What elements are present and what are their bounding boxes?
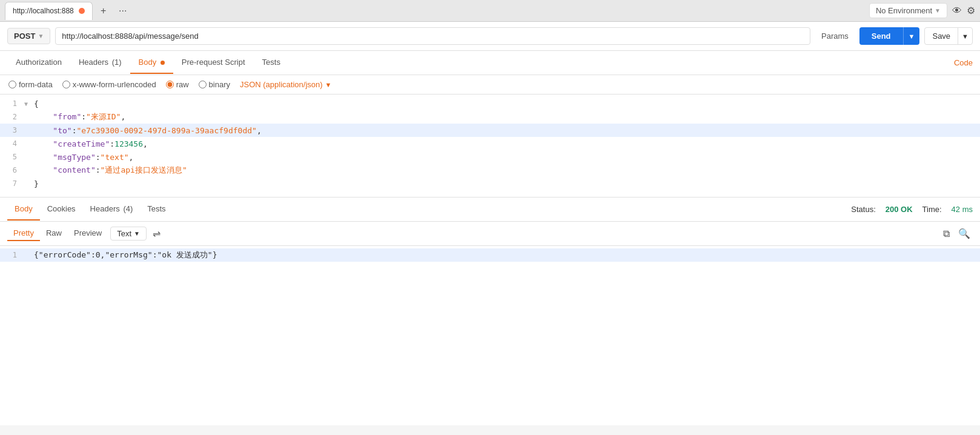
resp-line-content-1: {"errorCode":0,"errorMsg":"ok 发送成功"} — [34, 250, 217, 261]
method-chevron-icon: ▼ — [38, 33, 44, 39]
response-tab-headers[interactable]: Headers (4) — [83, 198, 141, 221]
body-active-dot — [161, 61, 165, 65]
code-line-6: 6 "content":"通过api接口发送消息" — [0, 164, 980, 177]
status-value: 200 OK — [886, 205, 913, 214]
line-content-2: "from":"来源ID", — [34, 111, 125, 122]
status-label: Status: — [851, 205, 875, 214]
address-bar: POST ▼ Params Send ▼ Save ▼ — [0, 22, 980, 51]
tab-close-dot[interactable] — [79, 8, 85, 14]
line-number-6: 6 — [0, 166, 24, 174]
response-tab-cookies[interactable]: Cookies — [40, 198, 83, 221]
tab-tests[interactable]: Tests — [254, 51, 289, 74]
headers-badge: (1) — [112, 58, 122, 67]
save-button[interactable]: Save — [925, 28, 958, 44]
code-line-3: 3 "to":"e7c39300-0092-497d-899a-39aacf9d… — [0, 124, 980, 137]
code-line-5: 5 "msgType":"text", — [0, 150, 980, 164]
form-data-option[interactable]: form-data — [8, 80, 53, 89]
response-headers-badge: (4) — [123, 204, 133, 213]
line-number-5: 5 — [0, 153, 24, 161]
time-value: 42 ms — [952, 205, 973, 214]
text-format-select[interactable]: Text ▼ — [110, 227, 147, 241]
save-button-group: Save ▼ — [924, 27, 973, 45]
params-button[interactable]: Params — [815, 28, 855, 44]
save-dropdown-button[interactable]: ▼ — [958, 28, 972, 44]
line-content-1: { — [34, 99, 39, 108]
url-input[interactable] — [55, 27, 810, 45]
binary-option[interactable]: binary — [199, 80, 230, 89]
wrap-icon-button[interactable]: ⇌ — [149, 225, 164, 242]
response-body: 1 {"errorCode":0,"errorMsg":"ok 发送成功"} — [0, 246, 980, 425]
chevron-down-icon: ▼ — [935, 7, 941, 14]
tab-authorization[interactable]: Authorization — [7, 51, 70, 74]
code-line-2: 2 "from":"来源ID", — [0, 110, 980, 124]
raw-option[interactable]: raw — [166, 80, 189, 89]
response-tab-body[interactable]: Body — [7, 198, 40, 221]
eye-icon: 👁 — [952, 5, 962, 16]
response-section: Body Cookies Headers (4) Tests Status: 2… — [0, 198, 980, 425]
binary-radio[interactable] — [199, 81, 207, 88]
line-number-1: 1 — [0, 99, 24, 108]
response-format-bar: Pretty Raw Preview Text ▼ ⇌ ⧉ 🔍 — [0, 222, 980, 246]
wrap-icon: ⇌ — [153, 228, 161, 239]
copy-response-button[interactable]: ⧉ — [941, 225, 952, 242]
code-line-7: 7 } — [0, 177, 980, 190]
browser-tab[interactable]: http://localhost:888 — [5, 2, 93, 20]
response-line-1: 1 {"errorCode":0,"errorMsg":"ok 发送成功"} — [0, 248, 980, 262]
tab-pre-request[interactable]: Pre-request Script — [173, 51, 254, 74]
response-tab-tests[interactable]: Tests — [140, 198, 173, 221]
more-options-button[interactable]: ··· — [114, 2, 131, 19]
tab-title: http://localhost:888 — [13, 7, 74, 15]
gear-icon: ⚙ — [967, 5, 975, 16]
request-tabs-nav: Authorization Headers (1) Body Pre-reque… — [0, 51, 980, 75]
send-button-group: Send ▼ — [859, 27, 920, 45]
search-response-button[interactable]: 🔍 — [956, 225, 973, 242]
format-tab-pretty[interactable]: Pretty — [7, 226, 40, 241]
eye-icon-button[interactable]: 👁 — [952, 5, 962, 16]
line-content-6: "content":"通过api接口发送消息" — [34, 165, 187, 176]
new-tab-button[interactable]: + — [95, 2, 112, 19]
code-link[interactable]: Code — [954, 58, 973, 67]
params-label: Params — [821, 32, 849, 41]
environment-select[interactable]: No Environment ▼ — [869, 3, 947, 18]
format-tab-raw[interactable]: Raw — [40, 226, 68, 241]
format-tab-preview[interactable]: Preview — [68, 226, 108, 241]
code-line-4: 4 "createTime":123456, — [0, 137, 980, 150]
search-icon: 🔍 — [958, 228, 970, 239]
response-action-buttons: ⧉ 🔍 — [941, 225, 973, 242]
line-content-5: "msgType":"text", — [34, 153, 133, 162]
response-tabs-nav: Body Cookies Headers (4) Tests Status: 2… — [0, 198, 980, 222]
tab-headers[interactable]: Headers (1) — [70, 51, 130, 74]
text-select-chevron-icon: ▼ — [134, 230, 140, 237]
line-number-3: 3 — [0, 126, 24, 134]
line-content-4: "createTime":123456, — [34, 139, 148, 148]
code-line-1: 1 ▼ { — [0, 97, 980, 110]
line-toggle-1[interactable]: ▼ — [24, 101, 34, 107]
response-status-bar: Status: 200 OK Time: 42 ms — [851, 205, 973, 214]
send-dropdown-button[interactable]: ▼ — [903, 27, 920, 45]
x-www-option[interactable]: x-www-form-urlencoded — [62, 80, 156, 89]
json-type-select[interactable]: JSON (application/json) ▼ — [240, 80, 331, 89]
body-format-options: form-data x-www-form-urlencoded raw bina… — [0, 75, 980, 95]
x-www-radio[interactable] — [62, 81, 70, 88]
method-select[interactable]: POST ▼ — [7, 28, 50, 44]
code-editor[interactable]: 1 ▼ { 2 "from":"来源ID", 3 "to":"e7c39300-… — [0, 95, 980, 198]
line-content-3: "to":"e7c39300-0092-497d-899a-39aacf9df0… — [34, 126, 262, 135]
browser-tab-bar: http://localhost:888 + ··· No Environmen… — [0, 0, 980, 22]
copy-icon: ⧉ — [943, 228, 950, 239]
env-label: No Environment — [876, 6, 932, 15]
form-data-radio[interactable] — [8, 81, 16, 88]
time-label: Time: — [922, 205, 942, 214]
tab-body[interactable]: Body — [130, 51, 173, 74]
raw-radio[interactable] — [166, 81, 174, 88]
json-chevron-icon: ▼ — [325, 81, 332, 88]
line-number-2: 2 — [0, 113, 24, 121]
line-number-4: 4 — [0, 139, 24, 148]
line-number-7: 7 — [0, 179, 24, 188]
line-content-7: } — [34, 179, 39, 188]
gear-icon-button[interactable]: ⚙ — [967, 5, 975, 16]
send-button[interactable]: Send — [859, 27, 903, 45]
resp-line-number-1: 1 — [0, 251, 24, 259]
method-label: POST — [14, 32, 35, 41]
